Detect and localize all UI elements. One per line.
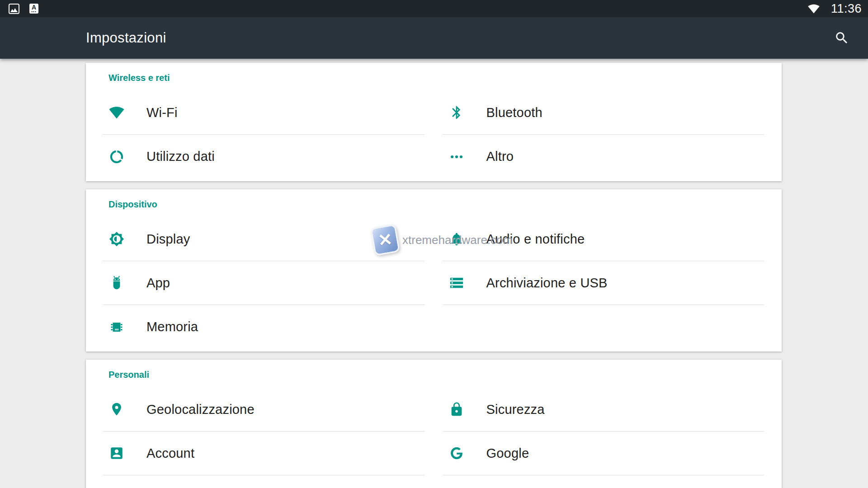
section-title-wireless: Wireless e reti: [108, 71, 782, 84]
notification-dots: •••: [31, 10, 36, 13]
settings-item-sicurezza[interactable]: Sicurezza: [443, 388, 764, 432]
settings-item-geolocalizzazione[interactable]: Geolocalizzazione: [103, 388, 425, 432]
settings-row: Utilizzo dati Altro: [103, 135, 764, 178]
settings-item-label: Memoria: [146, 319, 198, 334]
settings-item-label: Altro: [486, 149, 514, 164]
card-personali: Personali Geolocalizzazione Sicurezza: [86, 360, 782, 488]
section-title-dispositivo: Dispositivo: [108, 197, 782, 211]
more-options-icon: [449, 149, 464, 164]
settings-row: Display Audio e notifiche: [103, 217, 764, 261]
mountain-glyph: [10, 8, 18, 12]
app-bar: Impostazioni: [0, 17, 868, 59]
bluetooth-icon: [449, 105, 464, 120]
clock-time: 11:36: [831, 2, 862, 16]
settings-item-label: Google: [486, 446, 529, 461]
settings-item-altro[interactable]: Altro: [443, 135, 764, 178]
memory-chip-icon: [109, 319, 124, 335]
settings-item-account[interactable]: Account: [103, 432, 425, 475]
settings-item-memoria[interactable]: Memoria: [103, 305, 425, 349]
settings-item-label: Bluetooth: [486, 105, 542, 120]
settings-row: Geolocalizzazione Sicurezza: [103, 388, 764, 432]
settings-row: Wi-Fi Bluetooth: [103, 91, 764, 135]
settings-item-app[interactable]: App: [103, 261, 425, 305]
card-dispositivo: Dispositivo Display Audio e notifiche: [86, 189, 782, 352]
section-title-personali: Personali: [108, 368, 782, 381]
settings-item-label: Audio e notifiche: [486, 232, 585, 247]
settings-list: Wireless e reti Wi-Fi Bluetooth: [0, 59, 868, 488]
notifications-bell-icon: [449, 231, 464, 247]
settings-item-label: Utilizzo dati: [146, 149, 215, 164]
page-title: Impostazioni: [86, 30, 166, 46]
account-person-icon: [109, 446, 124, 461]
photo-notification-icon: [9, 4, 19, 14]
app-a-notification-icon: A •••: [29, 4, 38, 14]
settings-item-label: Display: [146, 232, 190, 247]
wifi-icon: [109, 105, 124, 120]
settings-item-display[interactable]: Display: [103, 217, 425, 261]
settings-item-label: App: [146, 276, 170, 291]
search-icon[interactable]: [832, 28, 852, 48]
settings-item-google[interactable]: Google: [443, 432, 764, 475]
settings-item-label: Account: [146, 446, 194, 461]
status-notification-icons: A •••: [9, 4, 38, 14]
storage-usb-icon: [449, 275, 464, 291]
status-bar: A ••• 11:36: [0, 0, 868, 17]
wifi-status-icon: [807, 4, 820, 14]
settings-item-utilizzo-dati[interactable]: Utilizzo dati: [103, 135, 425, 178]
settings-row: [103, 475, 764, 488]
settings-item-bluetooth[interactable]: Bluetooth: [443, 91, 764, 135]
settings-row: App Archiviazione e USB: [103, 261, 764, 305]
settings-item-label: Sicurezza: [486, 402, 545, 417]
location-pin-icon: [109, 402, 124, 417]
settings-item-lingua[interactable]: [103, 475, 425, 488]
settings-item-label: Wi-Fi: [146, 105, 178, 120]
lock-icon: [449, 402, 464, 417]
settings-item-label: Geolocalizzazione: [146, 402, 255, 417]
display-brightness-icon: [109, 231, 124, 247]
settings-row: Account Google: [103, 432, 764, 475]
settings-item-label: Archiviazione e USB: [486, 276, 608, 291]
settings-item-wifi[interactable]: Wi-Fi: [103, 91, 425, 135]
google-g-icon: [449, 446, 464, 461]
settings-item-audio-e-notifiche[interactable]: Audio e notifiche: [443, 217, 764, 261]
data-usage-icon: [109, 149, 124, 164]
settings-row: Memoria: [103, 305, 764, 349]
card-wireless-e-reti: Wireless e reti Wi-Fi Bluetooth: [86, 63, 782, 181]
settings-item-archiviazione-e-usb[interactable]: Archiviazione e USB: [443, 261, 764, 305]
android-apps-icon: [109, 275, 124, 291]
